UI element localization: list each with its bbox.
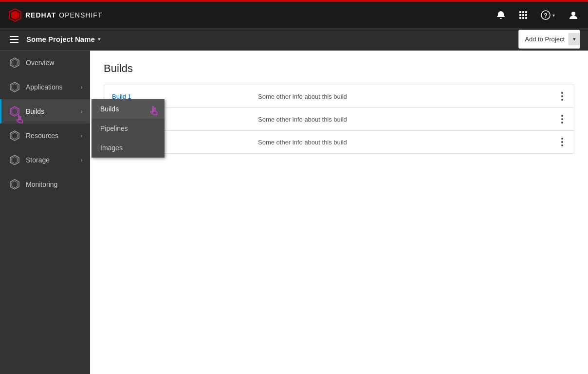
grid-menu-button[interactable]: [517, 9, 529, 21]
user-icon: [569, 10, 578, 20]
svg-marker-1: [11, 11, 19, 19]
storage-icon: [9, 155, 20, 165]
builds-table: Build 1 Some other info about this build…: [104, 85, 574, 154]
project-name-caret-icon: ▾: [98, 36, 100, 42]
builds-icon: [9, 106, 20, 117]
svg-marker-16: [12, 181, 18, 188]
brand: REDHAT OPENSHIFT: [8, 8, 102, 22]
help-button[interactable]: ? ▾: [539, 8, 557, 22]
build-1-kebab-button[interactable]: [558, 91, 566, 102]
resources-chevron-icon: ›: [81, 133, 82, 139]
sidebar: Overview Applications › Builds ›: [0, 51, 90, 374]
applications-chevron-icon: ›: [81, 85, 82, 90]
resources-icon: [9, 130, 20, 141]
add-to-project-label: Add to Project: [525, 36, 565, 43]
applications-icon: [9, 82, 20, 92]
build-2-info: Some other info about this build: [258, 116, 558, 123]
user-menu-button[interactable]: [567, 8, 580, 22]
sub-header: Some Project Name ▾ Add to Project ▾: [0, 28, 588, 51]
sub-header-left: Some Project Name ▾: [8, 34, 100, 45]
monitoring-icon: [9, 179, 20, 190]
help-icon: ?: [541, 10, 551, 20]
build-1-info: Some other info about this build: [258, 93, 558, 100]
submenu-builds-label: Builds: [100, 105, 119, 113]
sidebar-item-monitoring[interactable]: Monitoring: [0, 172, 90, 196]
build-2-kebab-button[interactable]: [558, 114, 566, 125]
main-content: Builds Build 1 Some other info about thi…: [90, 51, 588, 374]
submenu-pipelines-label: Pipelines: [100, 125, 128, 132]
svg-text:?: ?: [544, 12, 547, 19]
header-icons: ? ▾: [494, 8, 580, 22]
sidebar-builds-label: Builds: [26, 107, 75, 115]
help-chevron-icon: ▾: [552, 13, 555, 18]
svg-point-4: [571, 12, 575, 16]
project-name-selector[interactable]: Some Project Name ▾: [26, 35, 100, 43]
hamburger-menu-button[interactable]: [8, 34, 20, 45]
page-title: Builds: [104, 62, 574, 75]
sidebar-overview-label: Overview: [26, 59, 82, 67]
brand-logo: REDHAT OPENSHIFT: [8, 8, 102, 22]
overview-icon: [9, 57, 20, 68]
sidebar-applications-label: Applications: [26, 83, 75, 91]
svg-marker-12: [12, 132, 18, 139]
builds-submenu: Builds Pipelines Images: [92, 99, 165, 158]
storage-chevron-icon: ›: [81, 158, 82, 163]
grid-icon: [519, 11, 527, 19]
add-to-project-button[interactable]: Add to Project ▾: [518, 30, 580, 49]
build-row-2: Build 2 Some other info about this build: [104, 108, 574, 131]
main-layout: Overview Applications › Builds ›: [0, 51, 588, 374]
builds-chevron-icon: ›: [81, 109, 82, 114]
sidebar-item-resources[interactable]: Resources ›: [0, 124, 90, 148]
submenu-images-label: Images: [100, 144, 123, 152]
svg-marker-6: [12, 59, 18, 66]
sidebar-storage-label: Storage: [26, 156, 75, 164]
build-row-1: Build 1 Some other info about this build: [104, 85, 574, 108]
bell-icon: [496, 10, 506, 20]
redhat-logo-icon: [8, 8, 22, 22]
sidebar-resources-label: Resources: [26, 132, 75, 140]
submenu-item-builds[interactable]: Builds: [92, 99, 165, 119]
brand-openshift-text: OPENSHIFT: [59, 11, 102, 19]
svg-marker-10: [12, 108, 18, 115]
add-to-project-dropdown-icon: ▾: [569, 33, 580, 45]
build-3-kebab-button[interactable]: [558, 137, 566, 147]
submenu-item-pipelines[interactable]: Pipelines: [92, 119, 165, 138]
main-header: REDHAT OPENSHIFT ? ▾: [0, 2, 588, 28]
submenu-item-images[interactable]: Images: [92, 138, 165, 158]
sidebar-item-overview[interactable]: Overview: [0, 51, 90, 75]
brand-redhat-text: REDHAT: [25, 11, 56, 19]
sidebar-item-applications[interactable]: Applications ›: [0, 75, 90, 99]
cursor-hand-submenu-icon: [150, 106, 160, 118]
sidebar-item-storage[interactable]: Storage ›: [0, 148, 90, 172]
project-name-text: Some Project Name: [26, 35, 95, 43]
sidebar-monitoring-label: Monitoring: [26, 180, 82, 188]
svg-marker-14: [12, 157, 18, 163]
notification-bell-button[interactable]: [494, 8, 508, 22]
sidebar-item-builds[interactable]: Builds › Builds Pipelines: [0, 99, 90, 124]
build-row-3: Build 3 Some other info about this build: [104, 131, 574, 153]
build-3-info: Some other info about this build: [258, 139, 558, 146]
svg-marker-8: [12, 84, 18, 90]
